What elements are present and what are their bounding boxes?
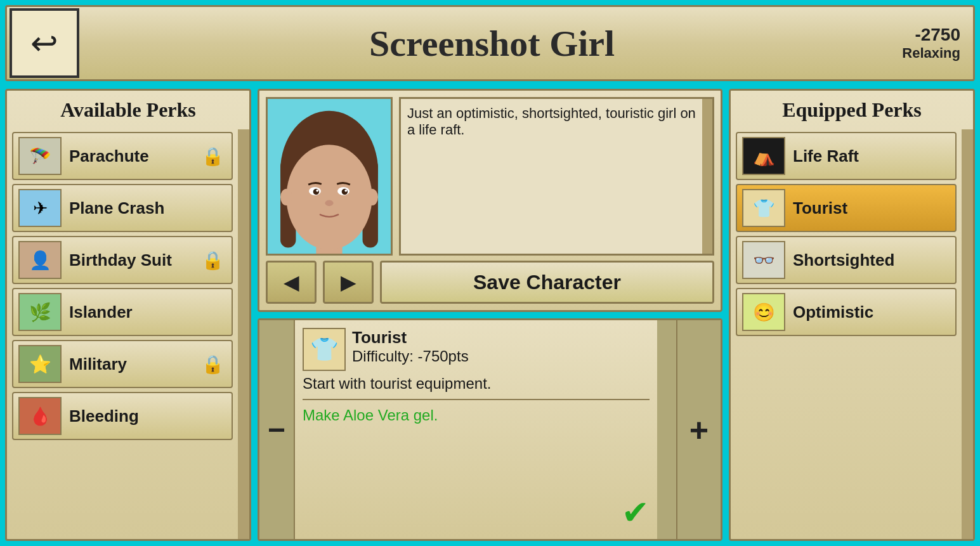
equipped-perk-item-life-raft[interactable]: ⛺Life Raft	[736, 132, 957, 180]
perk-name-parachute: Parachute	[62, 146, 202, 166]
right-scrollbar[interactable]	[962, 129, 973, 539]
detail-icon-glyph: 👕	[310, 336, 339, 363]
score-value: -2750	[902, 25, 960, 45]
lock-icon-military: 🔒	[202, 354, 226, 375]
svg-point-11	[344, 190, 347, 192]
perk-icon-bleeding: 🩸	[18, 397, 62, 435]
equipped-name-shortsighted: Shortsighted	[785, 250, 950, 270]
save-character-button[interactable]: Save Character	[380, 261, 714, 304]
checkmark-icon: ✔	[622, 493, 650, 531]
character-controls: ◀ ▶ Save Character	[266, 261, 714, 304]
perk-name-islander: Islander	[62, 302, 226, 322]
add-perk-button[interactable]: +	[676, 320, 721, 539]
character-area: Just an optimistic, shortsighted, touris…	[258, 89, 722, 312]
equipped-icon-optimistic: 😊	[742, 293, 785, 331]
char-top: Just an optimistic, shortsighted, touris…	[266, 97, 714, 256]
equipped-perk-item-shortsighted[interactable]: 👓Shortsighted	[736, 236, 957, 284]
lock-icon-parachute: 🔒	[202, 146, 226, 167]
header-score: -2750 Relaxing	[902, 25, 973, 62]
detail-top: 👕 Tourist Difficulty: -750pts	[303, 328, 650, 371]
available-perks-panel: Available Perks 🪂Parachute🔒✈Plane Crash👤…	[5, 89, 251, 541]
detail-perk-difficulty: Difficulty: -750pts	[352, 348, 650, 365]
equipped-perks-list: ⛺Life Raft👕Tourist👓Shortsighted😊Optimist…	[731, 129, 962, 539]
character-description: Just an optimistic, shortsighted, touris…	[399, 97, 714, 256]
middle-panel: Just an optimistic, shortsighted, touris…	[258, 89, 722, 541]
svg-point-13	[280, 189, 292, 205]
svg-point-12	[325, 200, 333, 206]
svg-point-14	[366, 189, 378, 205]
page-title: Screenshot Girl	[82, 22, 902, 65]
remove-perk-button[interactable]: −	[259, 320, 295, 539]
available-perk-item-plane-crash[interactable]: ✈Plane Crash	[12, 184, 233, 232]
equipped-perk-item-tourist[interactable]: 👕Tourist	[736, 184, 957, 232]
perk-name-plane-crash: Plane Crash	[62, 198, 226, 218]
main-area: Available Perks 🪂Parachute🔒✈Plane Crash👤…	[5, 89, 975, 541]
description-text: Just an optimistic, shortsighted, touris…	[407, 105, 696, 138]
character-face-svg	[268, 99, 391, 254]
perk-icon-plane-crash: ✈	[18, 189, 62, 227]
svg-point-8	[313, 189, 319, 195]
prev-character-button[interactable]: ◀	[266, 261, 317, 304]
equipped-perks-panel: Equipped Perks ⛺Life Raft👕Tourist👓Shorts…	[729, 89, 975, 541]
perk-icon-birthday-suit: 👤	[18, 241, 62, 279]
available-perk-item-bleeding[interactable]: 🩸Bleeding	[12, 392, 233, 440]
equipped-perk-item-optimistic[interactable]: 😊Optimistic	[736, 288, 957, 336]
svg-point-9	[342, 189, 348, 195]
desc-scrollbar[interactable]	[702, 99, 712, 254]
detail-perk-info: Tourist Difficulty: -750pts	[352, 328, 650, 365]
perk-name-bleeding: Bleeding	[62, 406, 226, 426]
detail-perk-description: Start with tourist equipment.	[303, 375, 650, 393]
available-perk-item-birthday-suit[interactable]: 👤Birthday Suit🔒	[12, 236, 233, 284]
equipped-perks-title: Equipped Perks	[731, 91, 973, 129]
available-perk-item-parachute[interactable]: 🪂Parachute🔒	[12, 132, 233, 180]
perk-detail-content: 👕 Tourist Difficulty: -750pts Start with…	[295, 320, 657, 539]
equipped-icon-life-raft: ⛺	[742, 137, 785, 175]
equipped-name-tourist: Tourist	[785, 198, 950, 218]
detail-perk-action: Make Aloe Vera gel.	[303, 406, 650, 424]
detail-checkmark-area: ✔	[303, 428, 650, 531]
equipped-icon-shortsighted: 👓	[742, 241, 785, 279]
back-arrow-icon: ↩	[30, 24, 58, 62]
available-perk-item-military[interactable]: ⭐Military🔒	[12, 340, 233, 388]
left-scrollbar[interactable]	[238, 129, 249, 539]
character-portrait	[266, 97, 393, 256]
score-label: Relaxing	[902, 45, 960, 62]
header: ↩ Screenshot Girl -2750 Relaxing	[5, 5, 975, 81]
perk-name-military: Military	[62, 354, 202, 374]
perk-name-birthday-suit: Birthday Suit	[62, 250, 202, 270]
perk-icon-military: ⭐	[18, 345, 62, 383]
perk-detail-panel: − 👕 Tourist Difficulty: -750pts Start wi…	[258, 318, 722, 541]
svg-point-5	[286, 145, 372, 249]
available-perks-title: Available Perks	[7, 91, 249, 129]
detail-perk-name: Tourist	[352, 328, 650, 348]
lock-icon-birthday-suit: 🔒	[202, 250, 226, 271]
detail-divider	[303, 399, 650, 400]
equipped-icon-tourist: 👕	[742, 189, 785, 227]
detail-scrollbar[interactable]	[657, 320, 676, 539]
perk-icon-parachute: 🪂	[18, 137, 62, 175]
back-button[interactable]: ↩	[10, 8, 79, 78]
next-character-button[interactable]: ▶	[323, 261, 374, 304]
svg-point-10	[316, 190, 318, 192]
equipped-name-life-raft: Life Raft	[785, 146, 950, 166]
detail-perk-icon: 👕	[303, 328, 346, 371]
available-perks-list: 🪂Parachute🔒✈Plane Crash👤Birthday Suit🔒🌿I…	[7, 129, 238, 539]
available-perk-item-islander[interactable]: 🌿Islander	[12, 288, 233, 336]
equipped-name-optimistic: Optimistic	[785, 302, 950, 322]
perk-icon-islander: 🌿	[18, 293, 62, 331]
